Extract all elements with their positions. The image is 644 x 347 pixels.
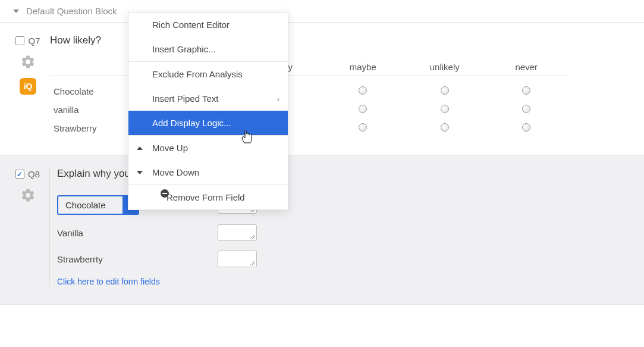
edit-form-fields-link[interactable]: Click here to edit form fields [57, 277, 626, 286]
cm-add-display-logic[interactable]: Add Display Logic... [128, 111, 288, 135]
triangle-down-icon [137, 171, 143, 174]
iq-badge[interactable]: iQ [20, 78, 36, 95]
matrix-col[interactable]: unlikely [404, 62, 486, 72]
radio[interactable] [359, 86, 367, 95]
question-id[interactable]: Q7 [15, 36, 40, 46]
cm-move-down[interactable]: Move Down [128, 160, 288, 185]
chevron-down-icon [13, 10, 19, 13]
form-row: Strawberrty [57, 251, 626, 267]
block-title: Default Question Block [26, 6, 117, 16]
question-id-label: Q8 [28, 169, 40, 179]
cm-label: Rich Content Editor [152, 20, 230, 30]
cm-insert-piped-text[interactable]: Insert Piped Text › [128, 86, 288, 111]
cm-label: Insert Graphic... [152, 44, 216, 54]
question-block-q7: Q7 iQ How likely? Likely maybe unlikely … [0, 23, 644, 156]
form-textarea[interactable] [218, 224, 257, 241]
form-field-label[interactable]: Vanilla [57, 228, 218, 238]
question-checkbox[interactable] [15, 36, 24, 45]
cm-move-up[interactable]: Move Up [128, 136, 288, 160]
form-textarea[interactable] [218, 251, 257, 267]
form-field-label[interactable]: Strawberrty [57, 254, 218, 264]
radio[interactable] [359, 105, 367, 113]
form-field-label: Chocolate [57, 195, 122, 215]
cm-rich-content-editor[interactable]: Rich Content Editor [128, 12, 288, 37]
matrix-col[interactable]: maybe [322, 62, 404, 72]
cm-label: Remove Form Field [167, 192, 245, 202]
context-menu: Rich Content Editor Insert Graphic... Ex… [128, 12, 288, 210]
chevron-right-icon: › [277, 94, 279, 103]
cm-label: Insert Piped Text [152, 93, 218, 104]
triangle-up-icon [137, 146, 143, 150]
cm-label: Add Display Logic... [152, 118, 231, 128]
radio[interactable] [441, 86, 449, 95]
minus-circle-icon [161, 189, 169, 198]
matrix-col[interactable]: never [486, 62, 568, 72]
question-checkbox-checked[interactable] [15, 170, 24, 179]
cm-exclude-from-analysis[interactable]: Exclude From Analysis [128, 62, 288, 86]
radio[interactable] [359, 123, 367, 132]
gear-icon[interactable] [20, 54, 36, 70]
radio[interactable] [522, 86, 530, 95]
cm-label: Move Down [152, 167, 199, 177]
cm-insert-graphic[interactable]: Insert Graphic... [128, 37, 288, 61]
cm-remove-form-field[interactable]: Remove Form Field [128, 185, 288, 210]
form-row: Vanilla [57, 224, 626, 241]
question-block-q8: Q8 Explain why you Chocolate Vanilla Str… [0, 156, 644, 305]
radio[interactable] [441, 123, 449, 132]
gear-icon[interactable] [20, 187, 36, 203]
cm-label: Move Up [152, 143, 188, 153]
radio[interactable] [441, 105, 449, 113]
question-id[interactable]: Q8 [15, 169, 40, 179]
question-gutter: Q8 [6, 168, 50, 286]
question-gutter: Q7 iQ [6, 35, 50, 137]
cm-label: Exclude From Analysis [152, 69, 243, 79]
question-id-label: Q7 [28, 36, 40, 46]
radio[interactable] [522, 123, 530, 132]
block-header[interactable]: Default Question Block [0, 0, 644, 23]
radio[interactable] [522, 105, 530, 113]
